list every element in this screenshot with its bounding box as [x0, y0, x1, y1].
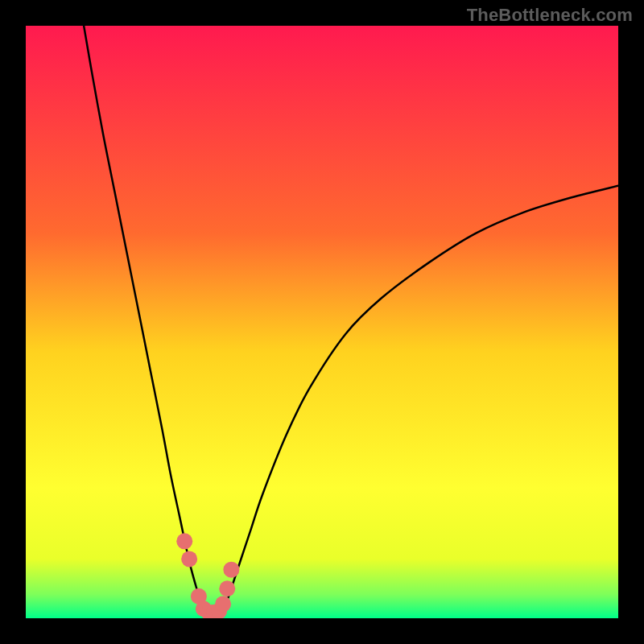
- gradient-rect: [26, 26, 618, 618]
- marker-dot: [215, 596, 231, 612]
- chart-svg: [26, 26, 618, 618]
- marker-dot: [219, 580, 235, 597]
- marker-dot: [223, 562, 239, 578]
- chart-frame: TheBottleneck.com: [0, 0, 644, 644]
- plot-area: [26, 26, 618, 618]
- watermark-text: TheBottleneck.com: [467, 5, 633, 26]
- marker-dot: [181, 551, 197, 567]
- marker-dot: [176, 533, 192, 549]
